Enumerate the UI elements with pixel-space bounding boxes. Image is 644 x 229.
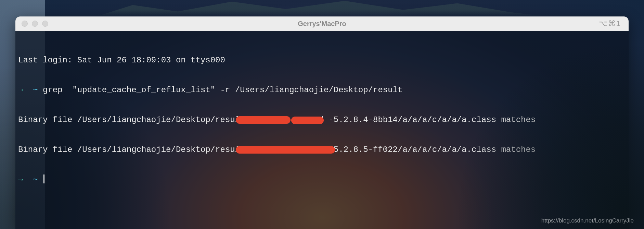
output-line-1: Binary file /Users/liangchaojie/Desktop/… [18, 115, 626, 125]
prompt-cwd: ~ [33, 175, 38, 184]
close-icon[interactable] [22, 21, 28, 27]
window-shortcut-indicator: ⌥⌘1 [599, 19, 621, 28]
prompt-arrow-icon: → [18, 175, 23, 184]
minimize-icon[interactable] [32, 21, 38, 27]
terminal-window: Gerrys'MacPro ⌥⌘1 Last login: Sat Jun 26… [15, 16, 629, 229]
window-titlebar[interactable]: Gerrys'MacPro ⌥⌘1 [15, 16, 629, 31]
prompt-cwd: ~ [33, 85, 38, 95]
output-1-redacted: t nav-sd - [250, 115, 334, 124]
output-1-suffix: 5.2.8.4-8bb14/a/a/a/c/a/a/a.class matche… [334, 115, 536, 124]
last-login-line: Last login: Sat Jun 26 18:09:03 on ttys0… [18, 55, 626, 65]
traffic-lights [22, 21, 48, 27]
bg-mountain [96, 0, 547, 16]
prompt-arrow-icon: → [18, 85, 23, 95]
window-title: Gerrys'MacPro [15, 20, 629, 28]
desktop-background: Gerrys'MacPro ⌥⌘1 Last login: Sat Jun 26… [0, 0, 644, 229]
output-line-2: Binary file /Users/liangchaojie/Desktop/… [18, 145, 626, 155]
zoom-icon[interactable] [42, 21, 48, 27]
command-text: grep "update_cache_of_reflux_list" -r /U… [43, 85, 402, 95]
terminal-body[interactable]: Last login: Sat Jun 26 18:09:03 on ttys0… [15, 31, 629, 209]
command-line: → ~ grep "update_cache_of_reflux_list" -… [18, 85, 626, 95]
cursor-icon [43, 174, 44, 183]
output-2-suffix: 5.2.8.5-ff022/a/a/a/c/a/a/a.class matche… [334, 145, 536, 154]
prompt-line-idle: → ~ [18, 174, 626, 185]
output-1-prefix: Binary file /Users/liangchaojie/Desktop/… [18, 115, 250, 124]
output-2-prefix: Binary file /Users/liangchaojie/Desktop/… [18, 145, 250, 154]
output-2-redacted: t sdk- [250, 145, 334, 154]
